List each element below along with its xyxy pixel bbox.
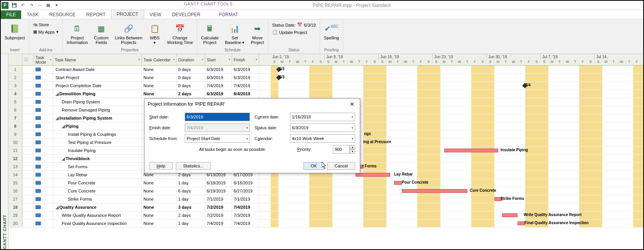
custom-fields-button[interactable]: ▦CustomFields xyxy=(93,22,110,46)
row-id[interactable]: 13 xyxy=(8,163,22,171)
row-mode[interactable] xyxy=(34,179,53,187)
task-row[interactable]: 18 ◢Quality Assurance None 3 days 7/2/20… xyxy=(8,203,271,211)
row-start[interactable]: 6/18/2019 xyxy=(205,179,232,187)
row-info[interactable] xyxy=(22,114,34,122)
col-info[interactable]: ⓘ xyxy=(22,54,34,65)
row-name[interactable]: Final Quality Assurance Inspection xyxy=(53,220,142,227)
col-calendar[interactable]: Task Calendar▾ xyxy=(142,54,177,65)
row-mode[interactable] xyxy=(34,82,53,90)
row-id[interactable]: 3 xyxy=(8,82,22,90)
row-mode[interactable] xyxy=(34,163,53,171)
row-name[interactable]: Strike Forms xyxy=(53,195,142,203)
row-finish[interactable]: 6/27/2019 xyxy=(232,187,259,195)
statistics-button[interactable]: Statistics... xyxy=(176,162,211,170)
row-mode[interactable] xyxy=(34,130,53,138)
task-bar[interactable] xyxy=(356,173,390,177)
row-info[interactable] xyxy=(22,211,34,219)
undo-icon[interactable]: ↶ xyxy=(19,2,27,9)
gantt-row[interactable]: Pour Concrete xyxy=(271,179,643,187)
move-button[interactable]: ➡MoveProject xyxy=(249,22,265,46)
row-mode[interactable] xyxy=(34,187,53,195)
row-id[interactable]: 12 xyxy=(8,155,22,162)
row-info[interactable] xyxy=(22,130,34,138)
row-id[interactable]: 5 xyxy=(8,98,22,106)
row-name[interactable]: ◢Piping xyxy=(53,122,142,130)
row-cal[interactable]: None xyxy=(142,66,177,73)
close-icon[interactable]: ✕ xyxy=(347,101,357,107)
row-name[interactable]: Insulate Piping xyxy=(53,147,142,154)
ok-button[interactable]: OK xyxy=(303,162,324,170)
save-icon[interactable]: 💾 xyxy=(10,2,19,9)
row-finish[interactable]: 7/4/2019 xyxy=(232,220,259,227)
row-mode[interactable] xyxy=(34,211,53,219)
row-id[interactable]: 9 xyxy=(8,130,22,138)
row-mode[interactable] xyxy=(34,74,53,81)
row-dur[interactable]: 1 day xyxy=(177,195,205,203)
links-button[interactable]: 🔗Links BetweenProjects xyxy=(113,22,144,46)
subproject-button[interactable]: 📗 Subproject xyxy=(3,22,27,41)
row-name[interactable]: Lay Rebar xyxy=(53,171,142,179)
update-project-button[interactable]: 📋 Update Project xyxy=(271,29,317,35)
row-id[interactable]: 10 xyxy=(8,139,22,146)
col-duration[interactable]: Duration▾ xyxy=(177,54,205,65)
row-name[interactable]: Set Forms xyxy=(53,163,142,171)
row-name[interactable]: Start Project xyxy=(53,74,142,81)
cancel-button[interactable]: Cancel xyxy=(327,162,355,170)
row-dur[interactable]: 0 days xyxy=(177,82,205,90)
gantt-row[interactable]: 6/3 xyxy=(271,74,643,82)
row-mode[interactable] xyxy=(34,106,53,114)
gantt-row[interactable] xyxy=(271,90,643,98)
row-info[interactable] xyxy=(22,179,34,187)
row-mode[interactable] xyxy=(34,203,53,211)
tab-task[interactable]: TASK xyxy=(21,10,44,19)
row-cal[interactable]: None xyxy=(142,203,177,211)
store-button[interactable]: 🛍Store xyxy=(32,22,60,28)
row-info[interactable] xyxy=(22,122,34,130)
row-name[interactable]: ◢Thrustblock xyxy=(53,155,142,162)
row-info[interactable] xyxy=(22,66,34,73)
row-name[interactable]: ◢Demolition Piping xyxy=(53,90,142,98)
calendar-input[interactable]: 4x10 Work Week▾ xyxy=(290,134,355,143)
row-name[interactable]: Write Quality Assurance Report xyxy=(53,211,142,219)
row-cal[interactable]: None xyxy=(142,90,177,98)
row-id[interactable]: 4 xyxy=(8,90,22,98)
task-bar[interactable] xyxy=(444,149,498,152)
row-mode[interactable] xyxy=(34,220,53,227)
col-id[interactable] xyxy=(8,54,22,65)
gantt-row[interactable]: 6/3 xyxy=(271,66,643,74)
status-date-input[interactable]: 6/3/2019▾ xyxy=(290,123,355,132)
task-row[interactable]: 3 Project Completion Date None 0 days 7/… xyxy=(8,82,271,90)
row-info[interactable] xyxy=(22,220,34,227)
row-name[interactable]: Remove Damaged Piping xyxy=(53,106,142,114)
row-cal[interactable]: None xyxy=(142,74,177,81)
chart-icon[interactable]: 〰 xyxy=(35,2,44,9)
row-mode[interactable] xyxy=(34,90,53,98)
row-cal[interactable]: None xyxy=(142,82,177,90)
row-id[interactable]: 14 xyxy=(8,171,22,179)
task-bar[interactable] xyxy=(518,221,525,225)
redo-icon[interactable]: ↷ xyxy=(27,2,35,9)
task-row[interactable]: 4 ◢Demolition Piping None 2 days 6/3/201… xyxy=(8,90,271,98)
row-finish[interactable]: 6/4/2019 xyxy=(232,90,259,98)
task-row[interactable]: 17 Strike Forms None 1 day 7/1/2019 7/1/… xyxy=(8,195,271,203)
tab-report[interactable]: REPORT xyxy=(81,10,111,19)
project-info-button[interactable]: 🗓ProjectInformation xyxy=(65,22,89,46)
spin-up-icon[interactable]: ▲ xyxy=(350,145,355,149)
row-info[interactable] xyxy=(22,195,34,203)
row-mode[interactable] xyxy=(34,139,53,146)
row-name[interactable]: Project Completion Date xyxy=(53,82,142,90)
row-start[interactable]: 7/2/2019 xyxy=(205,203,232,211)
current-date-input[interactable]: 1/16/2018▾ xyxy=(290,113,355,121)
tab-project[interactable]: PROJECT xyxy=(111,10,144,19)
task-bar[interactable] xyxy=(502,213,518,217)
row-finish[interactable]: 7/4/2019 xyxy=(232,82,259,90)
outline-toggle-icon[interactable]: ◢ xyxy=(56,116,59,121)
task-row[interactable]: 1 Contract Award Date None 0 days 6/3/20… xyxy=(8,66,271,74)
gantt-row[interactable]: Write Quality Assurance Report xyxy=(271,211,643,220)
row-id[interactable]: 6 xyxy=(8,106,22,114)
working-time-button[interactable]: 📅ChangeWorking Time xyxy=(165,22,194,46)
table-icon[interactable]: ▦ xyxy=(44,2,52,9)
row-finish[interactable]: 7/1/2019 xyxy=(232,195,259,203)
task-row[interactable]: 15 Pour Concrete None 1 day 6/18/2019 6/… xyxy=(8,179,271,187)
tab-format[interactable]: FORMAT xyxy=(214,10,244,19)
